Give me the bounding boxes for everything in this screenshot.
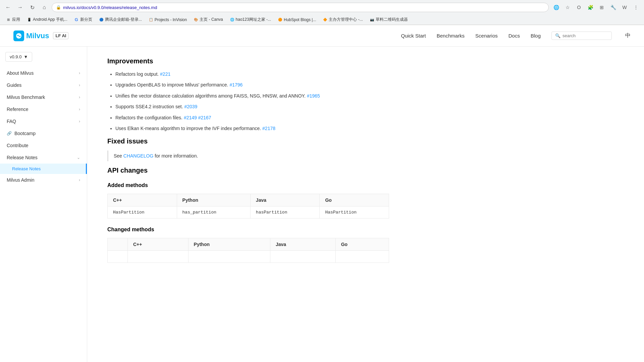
changed-cell-5 [335, 251, 389, 263]
nav-docs[interactable]: Docs [508, 33, 520, 39]
changed-table-body [108, 251, 389, 263]
bookmark-3[interactable]: 🔵 腾讯企业邮箱-登录... [96, 16, 145, 23]
bookmark-star-button[interactable]: ☆ [563, 3, 572, 12]
sidebar-item-milvus-admin[interactable]: Milvus Admin › [0, 174, 87, 186]
improvement-text-4: Supports SSE4.2 instruction set. [115, 104, 184, 109]
browser-chrome: ← → ↻ ⌂ 🔒 milvus.io/docs/v0.9.0/releases… [0, 0, 644, 25]
sidebar-item-label: Bootcamp [14, 131, 36, 136]
changed-table-header: C++ Python Java Go [108, 238, 389, 251]
improvement-link-3[interactable]: #1965 [307, 93, 320, 99]
reload-button[interactable]: ↻ [28, 3, 37, 12]
changed-cell-2 [128, 251, 189, 263]
improvement-link-4[interactable]: #2039 [184, 104, 197, 109]
nav-scenarios[interactable]: Scenarios [475, 33, 498, 39]
bookmark-7[interactable]: 🟠 HubSpot Blogs |... [275, 17, 319, 23]
nav-benchmarks[interactable]: Benchmarks [437, 33, 465, 39]
main-content: Improvements Refactors log output. #221 … [87, 47, 409, 362]
bookmark-9-label: 草料二维码生成器 [376, 17, 408, 22]
bookmarks-bar: ⊞ 应用 📱 Android App 手机... G 新分页 🔵 腾讯企业邮箱-… [0, 15, 644, 25]
added-methods-heading: Added methods [107, 182, 389, 188]
milvus-logo[interactable]: Milvus [13, 31, 49, 41]
url-text: milvus.io/docs/v0.9.0/releases/release_n… [63, 5, 544, 10]
home-button[interactable]: ⌂ [40, 3, 49, 12]
version-selector[interactable]: v0.9.0 ▼ [5, 52, 82, 62]
bookmark-1[interactable]: 📱 Android App 手机... [24, 16, 70, 23]
table-body: HasPartition has_partition hasPartition … [108, 206, 389, 219]
nav-quickstart[interactable]: Quick Start [401, 33, 426, 39]
bookmark-7-label: HubSpot Blogs |... [284, 17, 316, 22]
bookmark-9-icon: 📷 [370, 17, 374, 22]
chevron-right-icon: › [79, 119, 80, 124]
improvements-heading: Improvements [107, 57, 389, 65]
url-bar[interactable]: 🔒 milvus.io/docs/v0.9.0/releases/release… [52, 3, 549, 12]
sidebar-item-release-notes[interactable]: Release Notes ⌄ [0, 152, 87, 164]
cell-python: has_partition [177, 206, 250, 219]
changed-col-header-cpp: C++ [128, 238, 189, 251]
changelog-link[interactable]: CHANGELOG [123, 153, 153, 159]
bookmark-8[interactable]: 🔶 主办方管理中心 -... [320, 16, 365, 23]
list-item: Refactors the configuration files. #2149… [115, 114, 389, 121]
bookmark-6[interactable]: 🌐 hao123网址之家 -... [227, 16, 274, 23]
apps-icon: ⊞ [6, 17, 11, 22]
version-button[interactable]: v0.9.0 ▼ [5, 52, 32, 62]
search-input[interactable] [562, 33, 608, 38]
col-header-go: Go [320, 194, 389, 206]
sidebar-item-about-milvus[interactable]: About Milvus › [0, 67, 87, 79]
opera-button[interactable]: O [574, 3, 584, 12]
improvement-text-6: Uses Elkan K-means algorithm to improve … [115, 126, 262, 131]
sidebar-item-benchmark[interactable]: Milvus Benchmark › [0, 91, 87, 103]
bookmark-3-label: 腾讯企业邮箱-登录... [105, 17, 142, 22]
improvement-link-5b[interactable]: #2167 [198, 115, 211, 120]
bookmark-1-label: Android App 手机... [33, 17, 67, 22]
language-button[interactable]: 中 [625, 32, 631, 39]
nav-blog[interactable]: Blog [531, 33, 541, 39]
changed-cell-4 [270, 251, 335, 263]
page-layout: v0.9.0 ▼ About Milvus › Guides › Milvus … [0, 47, 644, 362]
bookmark-apps[interactable]: ⊞ 应用 [3, 16, 23, 23]
cell-java: hasPartition [250, 206, 320, 219]
bookmark-2-label: 新分页 [80, 17, 92, 22]
changed-col-header-java: Java [270, 238, 335, 251]
sidebar-item-label: Guides [7, 82, 21, 88]
changed-methods-heading: Changed methods [107, 227, 389, 233]
bookmark-5[interactable]: 🎨 主页 - Canva [191, 16, 225, 23]
search-box[interactable]: 🔍 [551, 32, 612, 40]
bookmark-6-label: hao123网址之家 -... [236, 17, 271, 22]
chevron-down-icon: ⌄ [77, 155, 80, 160]
sidebar-item-reference[interactable]: Reference › [0, 103, 87, 115]
col-header-python: Python [177, 194, 250, 206]
sidebar-item-label: FAQ [7, 119, 16, 124]
bookmark-8-label: 主办方管理中心 -... [329, 17, 363, 22]
sidebar-item-bootcamp[interactable]: 🔗 Bootcamp [0, 127, 87, 139]
sidebar-item-faq[interactable]: FAQ › [0, 115, 87, 127]
sidebar-subitem-release-notes[interactable]: Release Notes [0, 164, 87, 174]
sidebar-item-label: Contribute [7, 143, 29, 148]
sidebar-item-label: Milvus Benchmark [7, 95, 45, 100]
extensions-button[interactable]: 🧩 [586, 3, 595, 12]
sidebar-item-contribute[interactable]: Contribute [0, 139, 87, 152]
fixed-issues-blockquote: See CHANGELOG for more information. [107, 150, 389, 161]
bookmark-4[interactable]: 📋 Projects - InVision [146, 17, 190, 23]
bookmark-9[interactable]: 📷 草料二维码生成器 [367, 16, 411, 23]
sidebar-item-guides[interactable]: Guides › [0, 79, 87, 91]
changed-table-header-row: C++ Python Java Go [108, 238, 389, 251]
grid-button[interactable]: ⊞ [597, 3, 606, 12]
translate-button[interactable]: 🌐 [551, 3, 561, 12]
sidebar-item-label: About Milvus [7, 70, 34, 76]
improvement-text-2: Upgrades OpenBLAS to improve Milvus' per… [115, 82, 229, 87]
bookmark-2[interactable]: G 新分页 [71, 16, 95, 23]
forward-button[interactable]: → [15, 3, 25, 12]
milvus-logo-text: Milvus [26, 32, 49, 40]
back-button[interactable]: ← [3, 3, 13, 12]
improvement-link-5a[interactable]: #2149 [184, 115, 197, 120]
chevron-right-icon: › [79, 95, 80, 100]
fixed-issues-suffix: for more information. [155, 153, 198, 159]
menu-button[interactable]: ⋮ [631, 3, 641, 12]
improvement-link-1[interactable]: #221 [160, 71, 170, 77]
improvement-link-2[interactable]: #1796 [229, 82, 243, 87]
improvement-link-6[interactable]: #2178 [262, 126, 275, 131]
bookmark-3-icon: 🔵 [99, 17, 104, 22]
chevron-right-icon: › [79, 107, 80, 112]
ext2-button[interactable]: 🔧 [608, 3, 618, 12]
profile-button[interactable]: W [620, 3, 629, 12]
